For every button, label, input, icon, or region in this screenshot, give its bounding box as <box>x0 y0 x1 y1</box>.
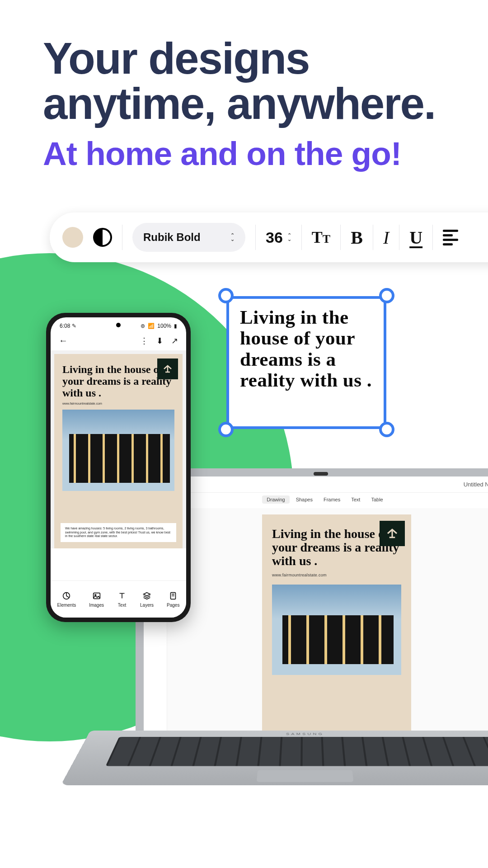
layers-icon <box>142 591 152 601</box>
separator <box>432 225 433 250</box>
underline-button[interactable]: U <box>409 227 422 248</box>
status-time: 6:08 ✎ <box>60 323 76 329</box>
text-toolbar: Rubik Bold ⌃⌄ 36 ⌃⌄ TT B I U <box>50 212 488 262</box>
hero-title: Your designs anytime, anywhere. <box>43 36 470 127</box>
svg-rect-1 <box>93 593 100 599</box>
trackpad <box>257 770 354 782</box>
tab-label: Images <box>89 603 104 608</box>
elements-icon <box>61 591 71 601</box>
resize-handle-br[interactable] <box>379 422 394 437</box>
share-icon[interactable]: ↗ <box>171 336 178 346</box>
text-icon <box>117 591 127 601</box>
battery-icon: ▮ <box>174 323 177 329</box>
desktop-canvas[interactable]: Living in the house of your dreams is a … <box>167 508 488 731</box>
back-icon[interactable]: ← <box>59 335 68 346</box>
phone-screen: 6:08 ✎ ⊚ 📶 100% ▮ ← ⋮ ⬇ ↗ <box>51 317 186 618</box>
phone-mockup: 6:08 ✎ ⊚ 📶 100% ▮ ← ⋮ ⬇ ↗ <box>46 313 191 622</box>
stepper-icon: ⌃⌄ <box>287 233 291 241</box>
tab-shapes[interactable]: Shapes <box>291 495 317 504</box>
tab-text[interactable]: Text <box>347 495 365 504</box>
contrast-icon[interactable] <box>93 228 112 247</box>
phone-bottom-tabs: Elements Images Text Layers Pages <box>51 580 186 618</box>
more-icon[interactable]: ⋮ <box>140 336 148 346</box>
hero-line2: anytime, anywhere. <box>43 79 435 128</box>
italic-button[interactable]: I <box>383 227 389 248</box>
resize-handle-bl[interactable] <box>218 422 234 437</box>
tab-frames[interactable]: Frames <box>319 495 345 504</box>
document-name[interactable]: Untitled Name <box>464 481 488 488</box>
font-size-stepper[interactable]: 36 ⌃⌄ <box>266 229 291 246</box>
hero: Your designs anytime, anywhere. At home … <box>43 36 470 172</box>
design-photo <box>62 410 174 491</box>
keyboard <box>106 737 488 766</box>
laptop-brand: SAMSUNG <box>286 732 324 735</box>
tab-label: Text <box>118 603 126 608</box>
images-icon <box>92 591 102 601</box>
text-content[interactable]: Living in the house of your dreams is a … <box>240 307 373 391</box>
separator <box>399 225 399 250</box>
font-name: Rubik Bold <box>143 231 201 244</box>
text-selection[interactable]: Living in the house of your dreams is a … <box>218 288 394 437</box>
resize-handle-tl[interactable] <box>218 288 234 303</box>
tab-images[interactable]: Images <box>89 591 104 608</box>
webcam-icon <box>314 472 328 476</box>
separator <box>373 225 373 250</box>
tab-label: Layers <box>140 603 154 608</box>
design-url: www.fairmountrealstate.com <box>272 573 401 577</box>
separator <box>255 225 256 250</box>
phone-topbar: ← ⋮ ⬇ ↗ <box>51 329 186 350</box>
hero-subtitle: At home and on the go! <box>43 135 470 172</box>
tab-drawing[interactable]: Drawing <box>262 495 289 504</box>
desktop-app: ↺ ↶ ↷ Untitled Name Drawing Shapes Frame… <box>144 476 488 731</box>
pages-icon <box>168 591 178 601</box>
font-picker[interactable]: Rubik Bold ⌃⌄ <box>132 223 245 252</box>
phone-canvas[interactable]: Living in the house of your dreams is a … <box>51 350 186 548</box>
tab-text[interactable]: Text <box>117 591 127 608</box>
stepper-icon: ⌃⌄ <box>230 233 235 241</box>
align-left-icon[interactable] <box>443 230 458 245</box>
bold-button[interactable]: B <box>351 227 363 248</box>
desktop-topbar: ↺ ↶ ↷ Untitled Name <box>144 476 488 493</box>
separator <box>340 225 341 250</box>
battery-label: 100% <box>157 323 171 329</box>
tab-label: Elements <box>57 603 76 608</box>
phone-camera-icon <box>116 323 121 327</box>
separator <box>122 225 122 250</box>
brand-logo <box>380 521 405 546</box>
case-button[interactable]: TT <box>312 228 330 247</box>
hero-line1: Your designs <box>43 33 310 83</box>
tab-label: Pages <box>167 603 179 608</box>
separator <box>301 225 302 250</box>
color-swatch[interactable] <box>62 227 83 248</box>
font-size-value: 36 <box>266 229 283 246</box>
resize-handle-tr[interactable] <box>379 288 394 303</box>
tab-layers[interactable]: Layers <box>140 591 154 608</box>
brand-logo <box>157 359 178 379</box>
category-tabs: Drawing Shapes Frames Text Table <box>144 493 488 506</box>
download-icon[interactable]: ⬇ <box>156 336 163 346</box>
design-photo <box>272 585 401 675</box>
signal-icon: 📶 <box>148 323 155 329</box>
design-card[interactable]: Living in the house of your dreams is a … <box>54 354 183 548</box>
tab-pages[interactable]: Pages <box>167 591 179 608</box>
design-caption: We have amazing houses: 5 living rooms, … <box>61 523 176 542</box>
wifi-icon: ⊚ <box>141 323 145 329</box>
tab-table[interactable]: Table <box>366 495 387 504</box>
laptop-base: SAMSUNG <box>61 731 488 785</box>
design-url: www.fairmountrealstate.com <box>62 402 174 405</box>
design-card[interactable]: Living in the house of your dreams is a … <box>262 514 411 731</box>
text-box[interactable]: Living in the house of your dreams is a … <box>226 296 386 429</box>
tab-elements[interactable]: Elements <box>57 591 76 608</box>
